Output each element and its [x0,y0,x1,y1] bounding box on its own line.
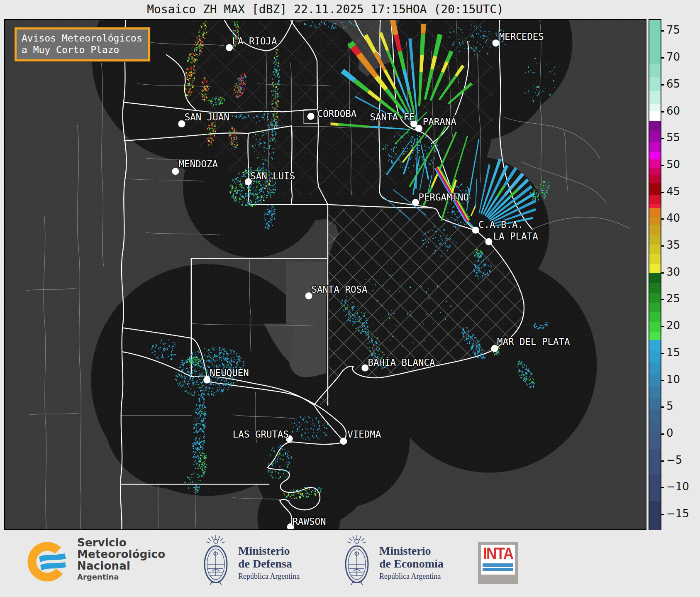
colorbar-segment [649,398,661,410]
smn-country: Argentina [77,573,165,582]
colorbar-tick [661,30,664,32]
colorbar-tick-label: 0 [666,427,673,439]
svg-text:LA PLATA: LA PLATA [493,231,539,242]
colorbar-tick [661,84,664,86]
colorbar-segment [649,217,661,225]
colorbar-segment [649,501,661,531]
colorbar-tick [661,460,664,462]
inta-logo-inner: INTA [481,545,515,575]
colorbar-segment [649,235,661,245]
svg-text:SAN JUAN: SAN JUAN [185,112,229,122]
colorbar-segment [649,312,661,322]
colorbar-segment [649,351,661,363]
colorbar-tick [661,487,664,488]
colorbar-segment [649,152,661,160]
svg-text:SANTA ROSA: SANTA ROSA [311,284,368,295]
page-title: Mosaico ZH MAX [dBZ] 22.11.2025 17:15HOA… [4,2,646,17]
colorbar-segment [649,387,661,399]
dbz-colorbar [649,19,661,530]
ministry-line: Ministerio [238,544,300,557]
colorbar-tick-label: −5 [666,454,682,466]
colorbar-tick [661,272,664,274]
colorbar-segment [649,422,661,434]
smn-line: Servicio [77,537,165,548]
colorbar-segment [649,374,661,387]
colorbar-segment [649,121,661,131]
svg-text:C.A.B.A.: C.A.B.A. [478,219,523,230]
inta-bar [483,568,513,571]
svg-text:RAWSON: RAWSON [293,516,326,527]
svg-text:MENDOZA: MENDOZA [179,159,218,169]
svg-text:PERGAMINO: PERGAMINO [418,192,469,203]
colorbar-tick [661,406,664,408]
colorbar-tick-label: 45 [666,185,680,198]
smn-line: Nacional [77,560,165,572]
radar-map: LA RIOJAMERCEDESSAN JUANCÓRDOBASANTA FEP… [4,19,646,530]
colorbar-segment [649,64,661,78]
colorbar-segment [649,340,661,351]
colorbar-segment [649,264,661,273]
colorbar-segment [649,449,661,475]
colorbar-tick [661,433,664,435]
colorbar-tick [661,299,664,300]
colorbar-tick-label: 70 [666,51,680,63]
inta-logo: INTA [478,542,518,584]
svg-text:PARANÁ: PARANÁ [423,116,457,127]
smn-logo-icon [24,536,76,587]
economia-crest-icon [341,534,373,587]
colorbar-segment [649,111,661,121]
ministry-sub: República Argentina [238,571,300,581]
radar-map-canvas: LA RIOJAMERCEDESSAN JUANCÓRDOBASANTA FEP… [5,20,646,529]
colorbar-segment [649,20,661,64]
colorbar-tick-label: 40 [666,212,680,224]
colorbar-segment [649,254,661,264]
colorbar-tick-label: 65 [666,78,680,90]
svg-text:LA RIOJA: LA RIOJA [232,36,277,46]
colorbar-tick-label: 30 [666,266,680,278]
ministry-sub: República Argentina [379,571,444,581]
colorbar-tick-label: −10 [666,480,689,493]
inta-wordmark: INTA [483,545,513,562]
colorbar-segment [649,410,661,422]
colorbar-segment [649,208,661,217]
colorbar-segment [649,332,661,340]
colorbar-tick [661,192,664,193]
warning-line-2: a Muy Corto Plazo [22,44,142,56]
colorbar-tick-label: 60 [666,105,680,117]
colorbar-segment [649,273,661,283]
colorbar-segment [649,195,661,205]
colorbar-tick [661,380,664,381]
svg-text:BAHÍA BLANCA: BAHÍA BLANCA [368,357,435,368]
svg-text:MAR DEL PLATA: MAR DEL PLATA [497,336,570,347]
colorbar-tick [661,245,664,247]
colorbar-tick [661,326,664,327]
smn-line: Meteorológico [77,548,165,560]
colorbar-tick [661,165,664,166]
colorbar-tick [661,57,664,59]
colorbar-segment [649,293,661,303]
colorbar-tick [661,138,664,139]
colorbar-segment [649,142,661,152]
colorbar-tick [661,514,664,515]
svg-text:MERCEDES: MERCEDES [499,31,544,42]
colorbar-segment [649,91,661,105]
colorbar-tick-label: −15 [666,507,689,520]
colorbar-tick [661,353,664,354]
warning-overlay-box: Avisos Meteorológicos a Muy Corto Plazo [15,27,150,61]
colorbar-tick [661,218,664,220]
colorbar-segment [649,159,661,168]
colorbar-tick [661,111,664,113]
defensa-crest-icon [200,534,232,587]
colorbar-tick-label: 55 [666,131,680,144]
economia-wordmark: Ministerio de Economía República Argenti… [379,544,444,581]
colorbar-segment [649,283,661,293]
svg-text:SAN LUIS: SAN LUIS [250,171,295,181]
colorbar-tick-label: 50 [666,158,680,171]
colorbar-tick-label: 25 [666,292,680,305]
colorbar-tick-label: 75 [666,24,680,36]
smn-wordmark: Servicio Meteorológico Nacional Argentin… [77,537,165,582]
ministry-line: de Economía [379,557,444,570]
colorbar-segment [649,225,661,235]
colorbar-tick-label: 20 [666,319,680,332]
colorbar-segment [649,77,661,91]
